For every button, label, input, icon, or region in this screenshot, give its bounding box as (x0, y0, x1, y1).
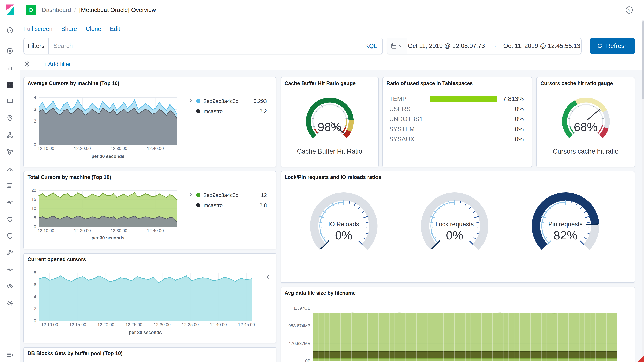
dashboard-chrome: Full screenShareCloneEdit Filters KQL Oc… (20, 20, 644, 70)
panel-title[interactable]: Average Cursors by machine (Top 10) (28, 80, 120, 86)
share-link[interactable]: Share (61, 25, 77, 32)
svg-text:1: 1 (34, 131, 36, 135)
calendar-icon[interactable] (387, 38, 407, 54)
tablespace-row: SYSAUX0% (389, 134, 524, 144)
refresh-icon (597, 43, 603, 49)
filter-options-gear-icon[interactable] (24, 61, 30, 67)
refresh-button[interactable]: Refresh (590, 38, 635, 54)
svg-text:2: 2 (34, 119, 36, 123)
full-screen-link[interactable]: Full screen (24, 25, 53, 32)
legend-collapse-icon[interactable] (187, 98, 194, 105)
data-file-size-chart[interactable]: 0B476.837MB953.674MB1.397GB (281, 287, 635, 362)
tablespace-value: 0% (515, 116, 524, 123)
legend-item[interactable]: 2ed9ac3a4c3d0.293 (196, 96, 267, 106)
tablespace-value: 0% (515, 136, 524, 143)
discover-icon[interactable] (5, 46, 15, 56)
svg-text:12:15:00: 12:15:00 (69, 322, 86, 327)
legend-series-name: 2ed9ac3a4c3d (204, 192, 239, 198)
chart-legend: 2ed9ac3a4c3d12mcastro2.8 (196, 190, 267, 210)
svg-text:1.397GB: 1.397GB (293, 306, 310, 310)
graph-icon[interactable] (5, 147, 15, 157)
svg-text:12:40:00: 12:40:00 (210, 322, 227, 327)
metrics-icon[interactable] (5, 164, 15, 174)
gauge-caption: Cache Buffer Hit Ratio (281, 148, 378, 155)
gauge-label: IO Reloads (298, 221, 389, 228)
tablespace-row: SYSTEM0% (389, 124, 524, 134)
panel-tablespaces: Ratio of used space in Tablespaces TEMP7… (382, 77, 532, 167)
svg-text:5: 5 (34, 215, 36, 220)
nav-menu-expand-icon[interactable] (5, 351, 14, 360)
management-icon[interactable] (5, 298, 15, 308)
start-date-button[interactable]: Oct 11, 2019 @ 12:08:07.73 (408, 42, 485, 49)
tablespace-row: UNDOTBS10% (389, 114, 524, 124)
legend-series-name: 2ed9ac3a4c3d (204, 98, 239, 104)
svg-text:476.837MB: 476.837MB (288, 341, 310, 346)
dashboard-grid: Average Cursors by machine (Top 10) 0123… (20, 70, 644, 362)
panel-title[interactable]: Lock/Pin requests and IO reloads ratios (284, 174, 381, 180)
svg-text:0B: 0B (305, 359, 310, 362)
kql-button[interactable]: KQL (360, 42, 382, 49)
legend-expand-icon[interactable] (265, 274, 271, 281)
x-axis-label: per 30 seconds (39, 236, 177, 241)
panel-current-opened-cursors: Current opened cursors 0246812:10:0012:1… (24, 253, 276, 343)
vertical-scrollbar[interactable] (642, 0, 644, 362)
legend-color-dot (196, 193, 200, 197)
edit-link[interactable]: Edit (110, 25, 120, 32)
help-icon[interactable]: ? (625, 6, 633, 14)
svg-text:12:30:00: 12:30:00 (110, 146, 127, 151)
panel-title[interactable]: Cursors cache hit ratio gauge (540, 80, 613, 86)
apm-icon[interactable] (5, 197, 15, 207)
panel-title[interactable]: Ratio of used space in Tablespaces (386, 80, 473, 86)
legend-collapse-icon[interactable] (187, 192, 194, 199)
gauge-value: 82% (520, 229, 611, 242)
app-nav-icons (5, 25, 15, 315)
siem-icon[interactable] (5, 231, 15, 241)
panel-title[interactable]: DB Blocks Gets by buffer pool (Top 10) (28, 351, 122, 356)
svg-text:0: 0 (34, 319, 36, 323)
legend-item[interactable]: mcastro2.8 (196, 200, 267, 211)
canvas-icon[interactable] (5, 96, 15, 106)
stack-monitoring-icon[interactable] (5, 265, 15, 275)
legend-series-value: 12 (261, 192, 267, 198)
svg-text:12:10:00: 12:10:00 (38, 146, 54, 151)
panel-lock-pin-io: Lock/Pin requests and IO reloads ratios … (280, 171, 635, 283)
visualize-icon[interactable] (5, 63, 15, 73)
machine-learning-icon[interactable] (5, 130, 15, 140)
recently-viewed-icon[interactable] (5, 25, 15, 35)
tablespace-name: USERS (389, 106, 410, 113)
svg-text:8: 8 (34, 271, 36, 275)
legend-item[interactable]: mcastro2.2 (196, 106, 267, 116)
svg-text:12:30:00: 12:30:00 (154, 322, 170, 327)
breadcrumb-dashboard-link[interactable]: Dashboard (42, 6, 71, 13)
scrollbar-thumb[interactable] (642, 21, 644, 99)
uptime-icon[interactable] (5, 214, 15, 224)
search-input[interactable] (49, 42, 360, 49)
panel-title[interactable]: Avg data file size by filename (284, 290, 356, 296)
dashboard-icon[interactable] (5, 80, 15, 89)
space-badge[interactable]: D (26, 5, 36, 15)
filters-button[interactable]: Filters (24, 38, 49, 54)
page-title: [Metricbeat Oracle] Overview (79, 6, 156, 13)
legend-item[interactable]: 2ed9ac3a4c3d12 (196, 190, 267, 200)
dev-tools-icon[interactable] (5, 248, 15, 258)
svg-text:12:20:00: 12:20:00 (74, 228, 91, 233)
panel-title[interactable]: Current opened cursors (28, 256, 86, 262)
panel-title[interactable]: Total Cursors by machine (Top 10) (28, 174, 111, 180)
maps-icon[interactable] (5, 113, 15, 123)
legend-color-dot (196, 109, 200, 113)
tablespace-name: SYSAUX (389, 136, 414, 143)
clone-link[interactable]: Clone (86, 25, 101, 32)
logs-icon[interactable] (5, 180, 15, 190)
panel-db-blocks-gets: DB Blocks Gets by buffer pool (Top 10) (24, 347, 276, 362)
panel-title[interactable]: Cache Buffer Hit Ratio gauge (284, 80, 356, 86)
watcher-icon[interactable] (5, 282, 15, 292)
kibana-logo[interactable] (4, 4, 16, 16)
gauge-caption: Cursors cache hit ratio (537, 148, 634, 155)
end-date-button[interactable]: Oct 11, 2019 @ 12:45:56.13 (503, 42, 580, 49)
tablespace-list: TEMP7.813%USERS0%UNDOTBS10%SYSTEM0%SYSAU… (389, 94, 524, 144)
kibana-app: D Dashboard / [Metricbeat Oracle] Overvi… (0, 0, 644, 362)
filter-row: + Add filter (24, 60, 71, 68)
tablespace-row: USERS0% (389, 104, 524, 114)
legend-color-dot (196, 99, 200, 103)
add-filter-button[interactable]: + Add filter (44, 61, 71, 67)
